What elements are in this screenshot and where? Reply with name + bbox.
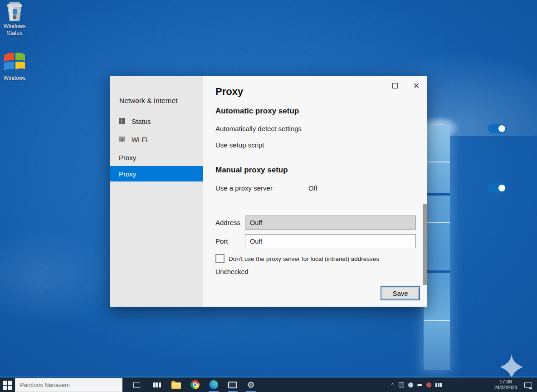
local-addresses-checkbox[interactable]	[215, 254, 225, 263]
file-explorer-button[interactable]	[167, 377, 185, 392]
wifi-icon	[119, 137, 126, 143]
monitor-icon	[228, 382, 237, 388]
status-icon	[119, 118, 126, 125]
wallpaper-light-beam	[424, 125, 450, 370]
settings-app-button[interactable]: ⚙	[242, 377, 260, 392]
sidebar-item-status[interactable]: Status	[110, 114, 203, 128]
task-view-button[interactable]	[127, 377, 146, 392]
proxy-server-state: Off	[308, 184, 317, 192]
security-icon[interactable]	[426, 382, 431, 387]
clock-date: 24/02/2023	[494, 385, 517, 391]
detect-settings-toggle[interactable]	[488, 124, 507, 133]
clock-time: 17:08	[494, 379, 517, 385]
sidebar-header: Network & Internet	[119, 97, 177, 105]
port-input[interactable]	[245, 234, 416, 248]
gear-icon: ⚙	[247, 381, 254, 389]
start-button[interactable]	[3, 381, 12, 390]
use-proxy-server-label: Use a proxy server	[215, 184, 273, 192]
battery-icon[interactable]	[417, 384, 422, 386]
desktop-icon-label: Windows	[0, 75, 29, 82]
toggle-knob	[498, 125, 505, 132]
tray-expand-chevron-icon[interactable]: ⌃	[391, 382, 395, 388]
apps-grid-button[interactable]	[148, 377, 166, 392]
beam-divider	[424, 222, 450, 223]
sidebar-item-label: Wi-Fi	[132, 136, 147, 143]
toggle-knob	[498, 185, 505, 191]
address-label: Address	[215, 219, 240, 226]
chrome-icon	[190, 380, 200, 389]
action-center-button[interactable]	[519, 377, 537, 392]
desktop-icon-label-2: Status	[0, 30, 29, 37]
edge-icon	[209, 380, 218, 389]
use-proxy-server-toggle[interactable]	[488, 183, 507, 193]
beam-divider	[424, 320, 450, 321]
beam-divider-dark	[424, 270, 450, 273]
language-icon[interactable]	[435, 383, 442, 387]
windows-logo-icon	[2, 49, 27, 74]
taskbar-search[interactable]	[15, 378, 122, 392]
detect-settings-label: Automatically detect settings	[215, 125, 302, 132]
settings-sidebar: Network & Internet Status Wi-Fi Proxy Pr…	[110, 76, 203, 307]
window-scrollbar[interactable]	[423, 204, 427, 285]
sidebar-item-proxy[interactable]: Proxy	[110, 150, 203, 165]
beam-divider	[424, 162, 450, 162]
checkbox-state-text: Unchecked	[215, 268, 249, 275]
desktop-icon-windows-status[interactable]: Windows Status	[0, 2, 29, 37]
display-app-button[interactable]	[224, 377, 242, 392]
search-input[interactable]	[15, 378, 122, 392]
sidebar-item-label: Proxy	[119, 170, 136, 178]
action-center-icon	[524, 382, 532, 388]
folder-icon	[171, 382, 181, 389]
chrome-button[interactable]	[186, 377, 204, 392]
sidebar-item-label: Proxy	[119, 154, 136, 162]
page-title: Proxy	[215, 86, 243, 98]
onedrive-icon[interactable]	[399, 382, 404, 387]
local-addresses-label: Don't use the proxy server for local (in…	[229, 255, 379, 262]
beam-divider-dark	[424, 193, 450, 196]
recycle-bin-icon	[4, 2, 25, 22]
settings-window: Network & Internet Status Wi-Fi Proxy Pr…	[110, 76, 427, 307]
save-button[interactable]: Save	[381, 286, 420, 300]
port-label: Port	[215, 237, 228, 245]
setup-script-label: Use setup script	[215, 141, 264, 149]
sidebar-item-label: Status	[132, 118, 151, 125]
apps-grid-icon	[153, 382, 161, 387]
address-input[interactable]	[245, 216, 416, 230]
manual-proxy-heading: Manual proxy setup	[215, 166, 288, 175]
desktop-icon-label: Windows	[0, 23, 29, 30]
settings-content: Proxy Automatic proxy setup Automaticall…	[203, 76, 427, 307]
sidebar-item-wifi[interactable]: Wi-Fi	[110, 132, 203, 147]
sidebar-item-proxy-selected[interactable]: Proxy	[110, 166, 203, 181]
system-tray: ⌃	[386, 377, 442, 392]
taskbar-clock[interactable]: 17:08 24/02/2023	[494, 379, 517, 391]
edge-button[interactable]	[205, 377, 223, 392]
network-icon[interactable]	[408, 382, 413, 387]
taskbar: ⚙ ⌃ 17:08 24/02/2023	[0, 377, 537, 392]
automatic-proxy-heading: Automatic proxy setup	[215, 107, 299, 116]
desktop-icon-windows[interactable]: Windows	[0, 49, 29, 82]
task-view-icon	[133, 382, 140, 388]
